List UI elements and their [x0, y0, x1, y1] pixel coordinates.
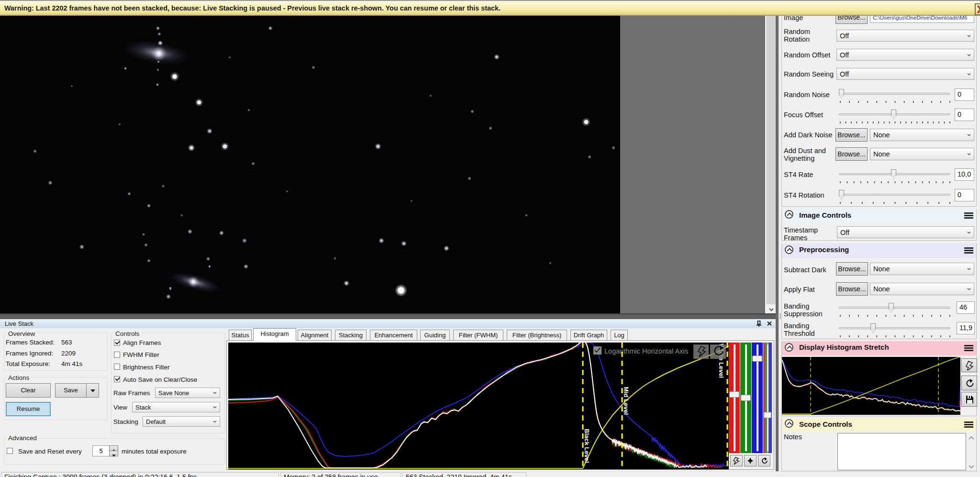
svg-text:Logarithmic Horizontal Axis: Logarithmic Horizontal Axis: [604, 347, 688, 355]
svg-text:Mid Level: Mid Level: [623, 387, 630, 415]
svg-text:Black Level: Black Level: [583, 429, 590, 463]
